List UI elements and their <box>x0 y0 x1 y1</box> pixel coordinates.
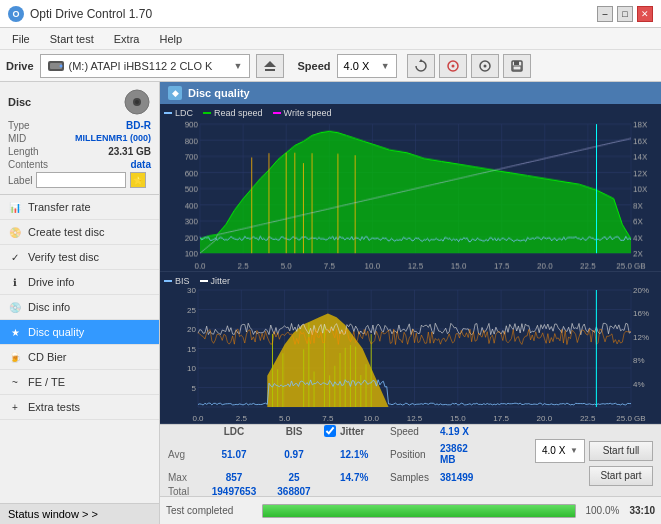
verify-test-icon: ✓ <box>8 250 22 264</box>
avg-bis: 0.97 <box>264 439 324 470</box>
samples-value: 381499 <box>440 470 480 486</box>
disc-image <box>123 88 151 116</box>
nav-label-drive-info: Drive info <box>28 276 74 288</box>
jitter-col-header: Jitter <box>340 425 390 439</box>
maximize-button[interactable]: □ <box>617 6 633 22</box>
read-label: Read speed <box>214 108 263 118</box>
stats-speed-select[interactable]: 4.0 X ▼ <box>535 439 585 463</box>
nav-label-verify-test-disc: Verify test disc <box>28 251 99 263</box>
svg-point-15 <box>135 100 139 104</box>
svg-rect-12 <box>513 66 521 70</box>
length-value: 23.31 GB <box>108 146 151 157</box>
transfer-rate-icon: 📊 <box>8 200 22 214</box>
sidebar-item-extra-tests[interactable]: + Extra tests <box>0 395 159 420</box>
contents-label: Contents <box>8 159 48 170</box>
time-display: 33:10 <box>629 505 655 516</box>
status-window-label: Status window > > <box>8 508 98 520</box>
stats-bar: LDC BIS Jitter Speed 4.19 X Avg 51.07 0. <box>160 424 661 496</box>
refresh-button[interactable] <box>407 54 435 78</box>
save-icon <box>510 59 524 73</box>
write-speed-legend: Write speed <box>273 108 332 118</box>
label-button[interactable]: ⭐ <box>130 172 146 188</box>
bottom-bar: Test completed 100.0% 33:10 <box>160 496 661 524</box>
progress-percent: 100.0% <box>586 505 620 516</box>
stats-table-area: LDC BIS Jitter Speed 4.19 X Avg 51.07 0. <box>164 423 657 499</box>
chart2-canvas <box>160 272 661 423</box>
mid-value: MILLENMR1 (000) <box>75 133 151 144</box>
menu-help[interactable]: Help <box>151 31 190 47</box>
menu-extra[interactable]: Extra <box>106 31 148 47</box>
avg-jitter: 12.1% <box>340 439 390 470</box>
create-test-icon: 📀 <box>8 225 22 239</box>
jitter-legend: Jitter <box>200 276 231 286</box>
minimize-button[interactable]: – <box>597 6 613 22</box>
eject-button[interactable] <box>256 54 284 78</box>
write-dot <box>273 112 281 114</box>
sidebar-item-verify-test-disc[interactable]: ✓ Verify test disc <box>0 245 159 270</box>
drive-bar: Drive (M:) ATAPI iHBS112 2 CLO K ▼ Speed… <box>0 50 661 82</box>
close-button[interactable]: ✕ <box>637 6 653 22</box>
sidebar-item-disc-info[interactable]: 💿 Disc info <box>0 295 159 320</box>
speed-select[interactable]: 4.0 X ▼ <box>337 54 397 78</box>
max-ldc: 857 <box>204 470 264 486</box>
svg-point-9 <box>483 64 486 67</box>
panel-icon: ◆ <box>168 86 182 100</box>
max-jitter: 14.7% <box>340 470 390 486</box>
jitter-dot <box>200 280 208 282</box>
label-input[interactable] <box>36 172 126 188</box>
label-icon: ⭐ <box>133 176 143 185</box>
sidebar-item-cd-bier[interactable]: 🍺 CD Bier <box>0 345 159 370</box>
menu-file[interactable]: File <box>4 31 38 47</box>
disc-icon <box>446 59 460 73</box>
mid-label: MID <box>8 133 26 144</box>
sidebar-item-transfer-rate[interactable]: 📊 Transfer rate <box>0 195 159 220</box>
nav-label-cd-bier: CD Bier <box>28 351 67 363</box>
sidebar: Disc Type BD-R MID MILLENMR1 (000) Lengt… <box>0 82 160 524</box>
sidebar-item-drive-info[interactable]: ℹ Drive info <box>0 270 159 295</box>
ldc-legend: LDC <box>164 108 193 118</box>
bis-dot <box>164 280 172 282</box>
menubar: File Start test Extra Help <box>0 28 661 50</box>
position-label: Position <box>390 439 440 470</box>
sidebar-item-fe-te[interactable]: ~ FE / TE <box>0 370 159 395</box>
app-icon: O <box>8 6 24 22</box>
svg-rect-4 <box>265 69 275 71</box>
disc-button[interactable] <box>439 54 467 78</box>
burn-button[interactable] <box>471 54 499 78</box>
nav-label-disc-info: Disc info <box>28 301 70 313</box>
nav-label-fe-te: FE / TE <box>28 376 65 388</box>
drive-icon <box>47 59 65 73</box>
save-button[interactable] <box>503 54 531 78</box>
titlebar-title: Opti Drive Control 1.70 <box>30 7 152 21</box>
start-full-button[interactable]: Start full <box>589 441 653 461</box>
col-ldc-header: LDC <box>204 425 264 439</box>
col-bis-header: BIS <box>264 425 324 439</box>
nav-label-create-test-disc: Create test disc <box>28 226 104 238</box>
total-ldc: 19497653 <box>204 486 264 497</box>
speed-value: 4.0 X <box>344 60 370 72</box>
disc-info-icon: 💿 <box>8 300 22 314</box>
total-bis: 368807 <box>264 486 324 497</box>
sidebar-item-create-test-disc[interactable]: 📀 Create test disc <box>0 220 159 245</box>
stats-empty <box>168 425 204 439</box>
write-label: Write speed <box>284 108 332 118</box>
disc-title: Disc <box>8 96 31 108</box>
total-label: Total <box>168 486 204 497</box>
menu-start-test[interactable]: Start test <box>42 31 102 47</box>
burn-icon <box>478 59 492 73</box>
sidebar-item-disc-quality[interactable]: ★ Disc quality <box>0 320 159 345</box>
bis-legend: BIS <box>164 276 190 286</box>
max-label: Max <box>168 470 204 486</box>
drive-select[interactable]: (M:) ATAPI iHBS112 2 CLO K ▼ <box>40 54 250 78</box>
jitter-label: Jitter <box>211 276 231 286</box>
panel-title: Disc quality <box>188 87 250 99</box>
jitter-checkbox[interactable] <box>324 425 336 437</box>
svg-marker-3 <box>264 61 276 67</box>
status-window-button[interactable]: Status window > > <box>0 503 159 524</box>
bis-label: BIS <box>175 276 190 286</box>
chart2-section: BIS Jitter <box>160 272 661 424</box>
main-area: Disc Type BD-R MID MILLENMR1 (000) Lengt… <box>0 82 661 524</box>
avg-ldc: 51.07 <box>204 439 264 470</box>
start-part-button[interactable]: Start part <box>589 466 653 486</box>
speed-col-header: Speed <box>390 425 440 439</box>
